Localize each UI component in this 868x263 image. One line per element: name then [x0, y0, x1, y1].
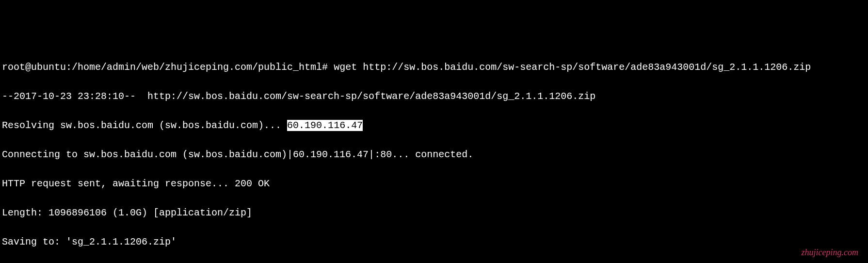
wget-connecting-line: Connecting to sw.bos.baidu.com (sw.bos.b… [2, 148, 866, 162]
resolved-ip-highlight: 60.190.116.47 [287, 120, 363, 131]
resolving-text: Resolving sw.bos.baidu.com (sw.bos.baidu… [2, 120, 287, 131]
watermark-text: zhujiceping.com [802, 246, 858, 259]
wget-length-line: Length: 1096896106 (1.0G) [application/z… [2, 206, 866, 220]
wget-timestamp-line: --2017-10-23 23:28:10-- http://sw.bos.ba… [2, 89, 866, 104]
terminal-output[interactable]: root@ubuntu:/home/admin/web/zhujiceping.… [2, 60, 866, 75]
wget-command: wget http://sw.bos.baidu.com/sw-search-s… [334, 62, 811, 73]
wget-saving-line: Saving to: 'sg_2.1.1.1206.zip' [2, 235, 866, 249]
wget-http-line: HTTP request sent, awaiting response... … [2, 177, 866, 191]
shell-prompt: root@ubuntu:/home/admin/web/zhujiceping.… [2, 62, 334, 73]
wget-resolving-line: Resolving sw.bos.baidu.com (sw.bos.baidu… [2, 118, 866, 133]
